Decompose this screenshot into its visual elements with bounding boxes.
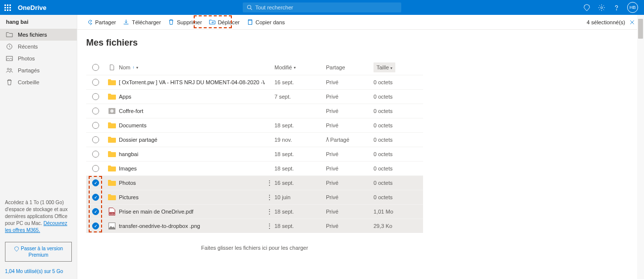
table-row[interactable]: Images⋮18 sept.Privé0 octets bbox=[86, 161, 423, 175]
row-checkbox[interactable] bbox=[92, 108, 99, 114]
file-share: Privé bbox=[324, 122, 374, 128]
sidebar-item-recent[interactable]: Récents bbox=[0, 41, 77, 53]
column-name[interactable]: Nom↑ ▾ bbox=[119, 64, 265, 70]
row-menu-button[interactable]: ⋮ bbox=[265, 208, 274, 215]
file-size: 0 octets bbox=[374, 122, 423, 128]
drop-hint: Faites glisser les fichiers ici pour les… bbox=[86, 245, 423, 251]
file-share: Privé bbox=[324, 166, 374, 171]
sidebar-item-trash[interactable]: Corbeille bbox=[0, 76, 77, 88]
storage-text[interactable]: 1,04 Mo utilisé(s) sur 5 Go bbox=[0, 266, 77, 279]
file-type-icon bbox=[105, 151, 119, 158]
file-share: Privé bbox=[324, 223, 374, 229]
file-name[interactable]: Dossier partagé bbox=[119, 137, 265, 143]
row-menu-button[interactable]: ⋮ bbox=[265, 194, 274, 201]
user-avatar[interactable]: HB bbox=[627, 2, 638, 13]
sidebar-item-photos[interactable]: Photos bbox=[0, 53, 77, 64]
file-share: Privé bbox=[324, 180, 374, 186]
row-menu-button[interactable]: ⋮ bbox=[265, 223, 274, 229]
file-share: Privé bbox=[324, 108, 374, 114]
svg-point-3 bbox=[616, 9, 617, 10]
delete-icon bbox=[168, 19, 174, 25]
sidebar-item-label: Corbeille bbox=[18, 79, 39, 85]
file-type-icon bbox=[105, 79, 119, 86]
search-icon bbox=[247, 4, 252, 10]
search-input[interactable] bbox=[255, 4, 397, 10]
sort-asc-icon: ↑ bbox=[132, 65, 134, 70]
sidebar-item-shared[interactable]: Partagés bbox=[0, 64, 77, 76]
select-all-checkbox[interactable] bbox=[92, 64, 99, 71]
premium-button[interactable]: Passer à la versionPremium bbox=[5, 242, 72, 262]
row-checkbox[interactable] bbox=[92, 79, 99, 86]
folder-outline-icon bbox=[6, 31, 13, 38]
table-row[interactable]: Coffre-fort⋮Privé0 octets bbox=[86, 104, 423, 118]
file-modified: 10 juin bbox=[274, 194, 324, 200]
file-table: Nom↑ ▾ Modifié ▾ Partage Taille ▾ [ OxTo… bbox=[86, 60, 423, 233]
file-size: 0 octets bbox=[374, 166, 423, 171]
file-name[interactable]: Coffre-fort bbox=[119, 108, 265, 114]
file-share: ᐰ Partagé bbox=[324, 137, 374, 143]
table-row[interactable]: Pictures⋮10 juinPrivé0 octets bbox=[86, 190, 423, 204]
file-name[interactable]: Apps bbox=[119, 94, 265, 100]
row-checkbox[interactable] bbox=[92, 93, 99, 100]
table-row[interactable]: Photos⋮16 sept.Privé0 octets bbox=[86, 175, 423, 190]
share-button[interactable]: Partager bbox=[86, 19, 116, 25]
promo-block: Accédez à 1 To (1 000 Go) d'espace de st… bbox=[0, 195, 77, 238]
premium-icon[interactable] bbox=[583, 3, 590, 11]
column-size[interactable]: Taille ▾ bbox=[374, 62, 423, 72]
clear-selection-icon[interactable] bbox=[629, 19, 635, 25]
file-size: 0 octets bbox=[374, 137, 423, 143]
file-name[interactable]: Photos bbox=[119, 180, 265, 186]
file-modified: 7 sept. bbox=[274, 94, 324, 100]
file-name[interactable]: transfer-onedrive-to-dropbox .png bbox=[119, 223, 265, 229]
chevron-down-icon: ▾ bbox=[294, 65, 296, 70]
scrollbar[interactable] bbox=[637, 15, 644, 279]
file-name[interactable]: Pictures bbox=[119, 194, 265, 200]
chevron-down-icon: ▾ bbox=[136, 65, 138, 70]
row-checkbox[interactable] bbox=[92, 223, 99, 229]
app-launcher[interactable] bbox=[0, 0, 15, 15]
table-row[interactable]: hangbai⋮18 sept.Privé0 octets bbox=[86, 147, 423, 161]
file-type-icon bbox=[105, 223, 119, 229]
share-icon bbox=[86, 19, 93, 25]
svg-point-11 bbox=[111, 111, 112, 112]
row-menu-button[interactable]: ⋮ bbox=[265, 179, 274, 186]
download-button[interactable]: Télécharger bbox=[123, 19, 161, 25]
svg-rect-5 bbox=[6, 56, 12, 61]
table-row[interactable]: Documents⋮18 sept.Privé0 octets bbox=[86, 118, 423, 132]
file-name[interactable]: Prise en main de OneDrive.pdf bbox=[119, 209, 265, 215]
row-checkbox[interactable] bbox=[92, 165, 99, 172]
file-type-icon bbox=[105, 165, 119, 172]
file-name[interactable]: [ OxTorrent.pw ] VA - HITS NRJ DU MOMENT… bbox=[119, 79, 265, 85]
settings-icon[interactable] bbox=[597, 3, 605, 11]
table-row[interactable]: [ OxTorrent.pw ] VA - HITS NRJ DU MOMENT… bbox=[86, 75, 423, 89]
row-checkbox[interactable] bbox=[92, 151, 99, 158]
row-checkbox[interactable] bbox=[92, 122, 99, 129]
file-name[interactable]: Images bbox=[119, 166, 265, 171]
photo-icon bbox=[6, 55, 13, 62]
move-button[interactable]: Déplacer bbox=[209, 19, 240, 25]
file-modified: 18 sept. bbox=[274, 223, 324, 229]
file-type-icon bbox=[105, 136, 119, 143]
search-box[interactable] bbox=[243, 2, 401, 12]
row-checkbox[interactable] bbox=[92, 179, 99, 186]
help-icon[interactable] bbox=[612, 3, 620, 11]
file-name[interactable]: Documents bbox=[119, 122, 265, 128]
file-name[interactable]: hangbai bbox=[119, 151, 265, 157]
column-share[interactable]: Partage bbox=[324, 64, 374, 70]
svg-point-7 bbox=[10, 69, 12, 71]
column-modified[interactable]: Modifié ▾ bbox=[274, 64, 324, 70]
row-checkbox[interactable] bbox=[92, 208, 99, 215]
table-row[interactable]: PDFPrise en main de OneDrive.pdf⋮18 sept… bbox=[86, 204, 423, 219]
delete-button[interactable]: Supprimer bbox=[168, 19, 202, 25]
table-row[interactable]: Dossier partagé⋮19 nov.ᐰ Partagé0 octets bbox=[86, 132, 423, 147]
copy-button[interactable]: Copier dans bbox=[247, 19, 285, 25]
file-type-icon bbox=[105, 108, 119, 114]
sidebar-item-myfiles[interactable]: Mes fichiers bbox=[0, 29, 77, 41]
selection-count: 4 sélectionné(s) bbox=[587, 19, 635, 25]
row-checkbox[interactable] bbox=[92, 136, 99, 143]
row-checkbox[interactable] bbox=[92, 194, 99, 201]
app-header: OneDrive HB bbox=[0, 0, 644, 15]
table-row[interactable]: transfer-onedrive-to-dropbox .png⋮18 sep… bbox=[86, 219, 423, 233]
table-row[interactable]: Apps⋮7 sept.Privé0 octets bbox=[86, 89, 423, 104]
sidebar-item-label: Partagés bbox=[18, 67, 40, 73]
